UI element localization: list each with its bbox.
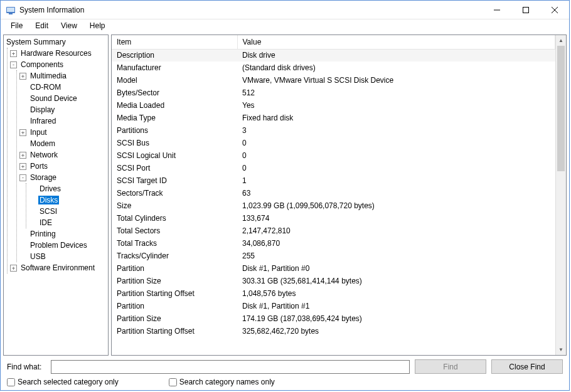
collapse-icon[interactable]: - — [10, 61, 17, 68]
checkbox-selected-category[interactable] — [7, 378, 15, 386]
expand-icon[interactable]: + — [19, 163, 26, 170]
cell-value: 1,048,576 bytes — [237, 287, 555, 300]
tree-system-summary[interactable]: System Summary — [4, 36, 108, 48]
column-header-item[interactable]: Item — [112, 35, 237, 49]
table-row[interactable]: DescriptionDisk drive — [112, 49, 555, 61]
tree-infrared[interactable]: Infrared — [17, 115, 108, 127]
cell-value: Yes — [237, 99, 555, 112]
cell-item: Bytes/Sector — [112, 87, 237, 99]
tree-software-environment[interactable]: +Software Environment — [8, 262, 108, 273]
table-row[interactable]: Partition Starting Offset325,682,462,720… — [112, 325, 555, 337]
maximize-button[interactable] — [511, 1, 540, 19]
tree-cdrom[interactable]: CD-ROM — [17, 82, 108, 93]
cell-item: Media Loaded — [112, 99, 237, 112]
scroll-up-icon[interactable]: ▲ — [556, 35, 566, 46]
expand-icon[interactable]: + — [19, 73, 26, 80]
scroll-down-icon[interactable]: ▼ — [556, 344, 566, 355]
tree-ports[interactable]: +Ports — [17, 161, 108, 172]
navigation-tree[interactable]: System Summary +Hardware Resources -Comp… — [3, 34, 109, 356]
cell-value: 0 — [237, 137, 555, 149]
cell-value: 512 — [237, 87, 555, 99]
table-row[interactable]: Total Sectors2,147,472,810 — [112, 225, 555, 237]
tree-modem[interactable]: Modem — [17, 138, 108, 149]
close-find-button[interactable]: Close Find — [491, 359, 563, 374]
cell-item: Partitions — [112, 124, 237, 137]
find-bar: Find what: Find Close Find Search select… — [1, 356, 569, 390]
table-row[interactable]: SCSI Logical Unit0 — [112, 149, 555, 162]
cell-value: 1 — [237, 174, 555, 187]
expand-icon[interactable]: + — [10, 265, 17, 272]
checkbox-category-names[interactable] — [169, 378, 177, 386]
svg-rect-1 — [7, 8, 14, 12]
tree-network[interactable]: +Network — [17, 149, 108, 161]
tree-input[interactable]: +Input — [17, 127, 108, 138]
close-button[interactable] — [540, 1, 569, 19]
check-selected-label: Search selected category only — [18, 378, 119, 386]
menu-file[interactable]: File — [4, 20, 29, 31]
tree-printing[interactable]: Printing — [17, 228, 108, 240]
find-input[interactable] — [51, 360, 410, 374]
cell-value: 133,674 — [237, 212, 555, 225]
tree-display[interactable]: Display — [17, 104, 108, 115]
table-row[interactable]: Media TypeFixed hard disk — [112, 112, 555, 124]
table-row[interactable]: ModelVMware, VMware Virtual S SCSI Disk … — [112, 74, 555, 87]
cell-value: Disk #1, Partition #1 — [237, 300, 555, 312]
tree-hardware-resources[interactable]: +Hardware Resources — [8, 48, 108, 59]
menu-edit[interactable]: Edit — [29, 20, 55, 31]
vertical-scrollbar[interactable]: ▲ ▼ — [555, 35, 566, 355]
table-row[interactable]: Partition Size174.19 GB (187,038,695,424… — [112, 312, 555, 325]
cell-item: SCSI Bus — [112, 137, 237, 149]
tree-disks[interactable]: Disks — [26, 194, 108, 206]
tree-components[interactable]: -Components — [8, 59, 108, 70]
table-row[interactable]: Total Cylinders133,674 — [112, 212, 555, 225]
expand-icon[interactable]: + — [19, 129, 26, 136]
table-row[interactable]: Sectors/Track63 — [112, 187, 555, 199]
table-row[interactable]: SCSI Port0 — [112, 162, 555, 174]
table-row[interactable]: PartitionDisk #1, Partition #0 — [112, 262, 555, 275]
table-row[interactable]: Partitions3 — [112, 124, 555, 137]
titlebar[interactable]: System Information — [1, 1, 569, 19]
menu-bar: File Edit View Help — [1, 19, 569, 32]
minimize-button[interactable] — [483, 1, 511, 19]
tree-ide[interactable]: IDE — [26, 217, 108, 228]
column-header-value[interactable]: Value — [237, 35, 555, 49]
cell-value: 2,147,472,810 — [237, 225, 555, 237]
svg-rect-4 — [523, 7, 529, 13]
table-row[interactable]: PartitionDisk #1, Partition #1 — [112, 300, 555, 312]
table-row[interactable]: SCSI Target ID1 — [112, 174, 555, 187]
find-label: Find what: — [7, 363, 46, 371]
cell-value: 0 — [237, 149, 555, 162]
expand-icon[interactable]: + — [10, 50, 17, 57]
tree-problem-devices[interactable]: Problem Devices — [17, 240, 108, 251]
find-button[interactable]: Find — [415, 359, 486, 374]
check-category-names[interactable]: Search category names only — [169, 378, 275, 386]
tree-usb[interactable]: USB — [17, 251, 108, 262]
window-title: System Information — [19, 6, 483, 14]
table-row[interactable]: Total Tracks34,086,870 — [112, 237, 555, 250]
app-window: System Information File Edit View Help S… — [0, 0, 570, 391]
cell-item: Total Sectors — [112, 225, 237, 237]
cell-item: Sectors/Track — [112, 187, 237, 199]
cell-item: Tracks/Cylinder — [112, 250, 237, 262]
collapse-icon[interactable]: - — [19, 174, 26, 181]
table-row[interactable]: Tracks/Cylinder255 — [112, 250, 555, 262]
cell-item: Partition Size — [112, 275, 237, 287]
tree-multimedia[interactable]: +Multimedia — [17, 70, 108, 82]
tree-storage[interactable]: -Storage — [17, 172, 108, 183]
check-selected-category[interactable]: Search selected category only — [7, 378, 119, 386]
table-row[interactable]: Partition Starting Offset1,048,576 bytes — [112, 287, 555, 300]
menu-help[interactable]: Help — [83, 20, 112, 31]
table-row[interactable]: Bytes/Sector512 — [112, 87, 555, 99]
menu-view[interactable]: View — [55, 20, 83, 31]
expand-icon[interactable]: + — [19, 152, 26, 159]
table-row[interactable]: Media LoadedYes — [112, 99, 555, 112]
tree-sound-device[interactable]: Sound Device — [17, 93, 108, 104]
table-row[interactable]: Partition Size303.31 GB (325,681,414,144… — [112, 275, 555, 287]
scroll-thumb[interactable] — [557, 46, 565, 171]
table-row[interactable]: Manufacturer(Standard disk drives) — [112, 61, 555, 74]
details-pane: Item Value DescriptionDisk driveManufact… — [111, 34, 567, 356]
table-row[interactable]: SCSI Bus0 — [112, 137, 555, 149]
table-row[interactable]: Size1,023.99 GB (1,099,506,078,720 bytes… — [112, 199, 555, 212]
tree-scsi[interactable]: SCSI — [26, 206, 108, 217]
tree-drives[interactable]: Drives — [26, 183, 108, 194]
